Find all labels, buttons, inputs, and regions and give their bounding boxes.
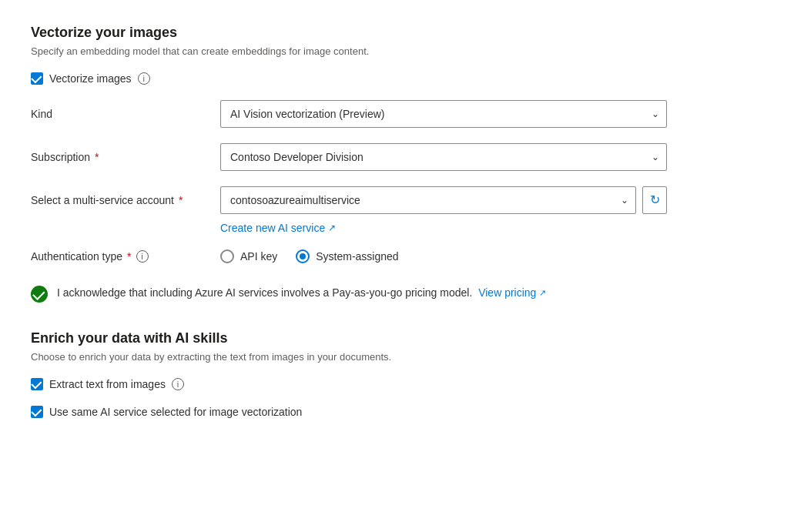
auth-required: * <box>127 250 131 263</box>
external-link-icon: ↗ <box>328 223 336 233</box>
vectorize-images-checkbox[interactable] <box>31 72 43 85</box>
kind-row: Kind AI Vision vectorization (Preview) ⌄ <box>31 100 773 128</box>
extract-text-checkbox[interactable] <box>31 378 43 390</box>
acknowledge-row: I acknowledge that including Azure AI se… <box>31 282 773 306</box>
auth-system-assigned-radio[interactable] <box>296 249 310 263</box>
multiservice-row: Select a multi-service account * contoso… <box>31 186 773 214</box>
kind-label: Kind <box>31 108 208 120</box>
multiservice-select[interactable]: contosoazureaimultiservice <box>220 186 636 214</box>
view-pricing-external-icon: ↗ <box>539 286 546 299</box>
create-link-row: Create new AI service ↗ <box>220 222 773 234</box>
kind-select-wrapper: AI Vision vectorization (Preview) ⌄ <box>220 100 667 128</box>
multiservice-select-wrapper: contosoazureaimultiservice ⌄ <box>220 186 636 214</box>
use-same-ai-label: Use same AI service selected for image v… <box>49 406 302 418</box>
auth-radio-group: API key System-assigned <box>220 249 399 263</box>
vectorize-images-label: Vectorize images <box>49 72 132 85</box>
use-same-ai-checkbox[interactable] <box>31 406 43 418</box>
multiservice-label: Select a multi-service account * <box>31 194 208 206</box>
view-pricing-link[interactable]: View pricing ↗ <box>478 285 546 301</box>
subscription-required: * <box>95 151 99 163</box>
vectorize-images-info-icon[interactable]: i <box>138 72 150 85</box>
extract-text-info-icon[interactable]: i <box>172 378 184 390</box>
auth-api-key-label: API key <box>240 250 277 263</box>
vectorize-title: Vectorize your images <box>31 25 773 41</box>
extract-text-label: Extract text from images <box>49 378 166 390</box>
auth-system-assigned-option[interactable]: System-assigned <box>296 249 398 263</box>
enrich-title: Enrich your data with AI skills <box>31 330 773 346</box>
vectorize-subtitle: Specify an embedding model that can crea… <box>31 45 773 57</box>
acknowledge-text: I acknowledge that including Azure AI se… <box>57 286 472 299</box>
multiservice-control: contosoazureaimultiservice ⌄ ↻ <box>220 186 667 214</box>
multiservice-refresh-button[interactable]: ↻ <box>642 186 667 214</box>
enrich-section: Enrich your data with AI skills Choose t… <box>31 330 773 418</box>
kind-select[interactable]: AI Vision vectorization (Preview) <box>220 100 667 128</box>
extract-text-row: Extract text from images i <box>31 378 773 390</box>
use-same-ai-row: Use same AI service selected for image v… <box>31 406 773 418</box>
multiservice-required: * <box>179 194 183 206</box>
vectorize-images-row: Vectorize images i <box>31 72 773 85</box>
subscription-select-wrapper: Contoso Developer Division ⌄ <box>220 143 667 171</box>
create-ai-service-link[interactable]: Create new AI service ↗ <box>220 222 336 234</box>
auth-api-key-radio[interactable] <box>220 249 234 263</box>
subscription-control: Contoso Developer Division ⌄ <box>220 143 667 171</box>
kind-control: AI Vision vectorization (Preview) ⌄ <box>220 100 667 128</box>
subscription-label: Subscription * <box>31 151 208 163</box>
refresh-icon: ↻ <box>650 194 660 206</box>
subscription-row: Subscription * Contoso Developer Divisio… <box>31 143 773 171</box>
auth-info-icon[interactable]: i <box>136 250 149 263</box>
auth-system-assigned-label: System-assigned <box>316 250 398 263</box>
acknowledge-text-wrapper: I acknowledge that including Azure AI se… <box>57 285 546 301</box>
auth-api-key-option[interactable]: API key <box>220 249 277 263</box>
auth-label: Authentication type * i <box>31 250 208 263</box>
subscription-select[interactable]: Contoso Developer Division <box>220 143 667 171</box>
auth-row: Authentication type * i API key System-a… <box>31 249 773 263</box>
vectorize-section: Vectorize your images Specify an embeddi… <box>31 25 773 306</box>
enrich-subtitle: Choose to enrich your data by extracting… <box>31 351 773 363</box>
acknowledge-check-icon <box>31 286 48 303</box>
